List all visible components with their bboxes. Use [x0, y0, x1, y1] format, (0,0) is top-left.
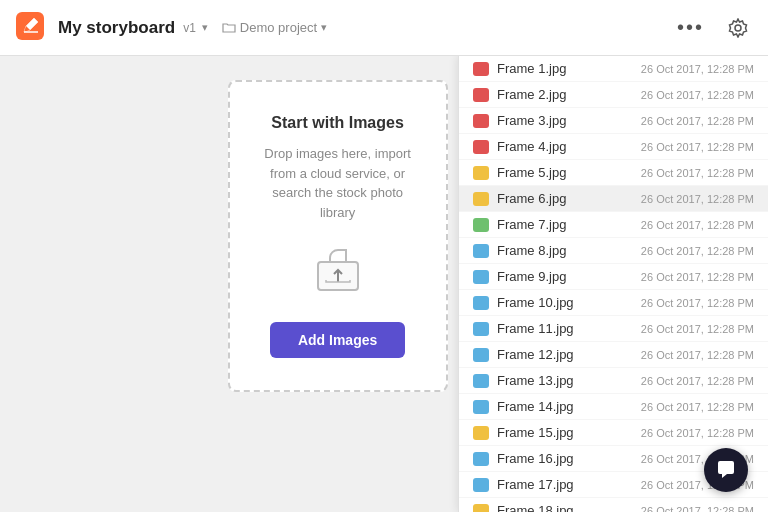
- file-list-item[interactable]: Frame 14.jpg26 Oct 2017, 12:28 PM: [459, 394, 768, 420]
- file-list-item[interactable]: Frame 4.jpg26 Oct 2017, 12:28 PM: [459, 134, 768, 160]
- project-name[interactable]: Demo project: [240, 20, 317, 35]
- chat-icon: [715, 459, 737, 481]
- file-date: 26 Oct 2017, 12:28 PM: [641, 245, 754, 257]
- file-name: Frame 16.jpg: [497, 451, 633, 466]
- file-list-item[interactable]: Frame 15.jpg26 Oct 2017, 12:28 PM: [459, 420, 768, 446]
- file-list-item[interactable]: Frame 7.jpg26 Oct 2017, 12:28 PM: [459, 212, 768, 238]
- file-list-item[interactable]: Frame 2.jpg26 Oct 2017, 12:28 PM: [459, 82, 768, 108]
- file-date: 26 Oct 2017, 12:28 PM: [641, 271, 754, 283]
- file-name: Frame 7.jpg: [497, 217, 633, 232]
- file-date: 26 Oct 2017, 12:28 PM: [641, 115, 754, 127]
- file-name: Frame 6.jpg: [497, 191, 633, 206]
- drop-zone-description: Drop images here, import from a cloud se…: [254, 144, 422, 222]
- file-date: 26 Oct 2017, 12:28 PM: [641, 505, 754, 513]
- logo-icon: [16, 12, 44, 44]
- file-date: 26 Oct 2017, 12:28 PM: [641, 89, 754, 101]
- svg-point-2: [735, 25, 741, 31]
- file-date: 26 Oct 2017, 12:28 PM: [641, 401, 754, 413]
- add-images-button[interactable]: Add Images: [270, 322, 405, 358]
- folder-icon: [222, 21, 236, 35]
- file-list-item[interactable]: Frame 5.jpg26 Oct 2017, 12:28 PM: [459, 160, 768, 186]
- file-date: 26 Oct 2017, 12:28 PM: [641, 63, 754, 75]
- main-content: Start with Images Drop images here, impo…: [0, 56, 768, 512]
- file-list-item[interactable]: Frame 12.jpg26 Oct 2017, 12:28 PM: [459, 342, 768, 368]
- header: My storyboard v1 ▾ Demo project ▾ •••: [0, 0, 768, 56]
- file-list-item[interactable]: Frame 6.jpg26 Oct 2017, 12:28 PM: [459, 186, 768, 212]
- settings-button[interactable]: [724, 14, 752, 42]
- file-date: 26 Oct 2017, 12:28 PM: [641, 219, 754, 231]
- file-name: Frame 17.jpg: [497, 477, 633, 492]
- file-name: Frame 9.jpg: [497, 269, 633, 284]
- file-name: Frame 5.jpg: [497, 165, 633, 180]
- chat-widget[interactable]: [704, 448, 748, 492]
- file-name: Frame 15.jpg: [497, 425, 633, 440]
- version-badge: v1: [183, 21, 196, 35]
- storyboard-title: My storyboard: [58, 18, 175, 38]
- file-list-item[interactable]: Frame 1.jpg26 Oct 2017, 12:28 PM: [459, 56, 768, 82]
- file-name: Frame 4.jpg: [497, 139, 633, 154]
- file-list-item[interactable]: Frame 11.jpg26 Oct 2017, 12:28 PM: [459, 316, 768, 342]
- file-name: Frame 11.jpg: [497, 321, 633, 336]
- header-actions: •••: [669, 12, 752, 43]
- file-name: Frame 12.jpg: [497, 347, 633, 362]
- file-list-item[interactable]: Frame 18.jpg26 Oct 2017, 12:28 PM: [459, 498, 768, 512]
- more-options-button[interactable]: •••: [669, 12, 712, 43]
- file-name: Frame 2.jpg: [497, 87, 633, 102]
- file-name: Frame 18.jpg: [497, 503, 633, 512]
- upload-icon: [312, 242, 364, 298]
- version-chevron[interactable]: ▾: [202, 21, 208, 34]
- header-title-area: My storyboard v1 ▾ Demo project ▾: [58, 18, 669, 38]
- file-date: 26 Oct 2017, 12:28 PM: [641, 323, 754, 335]
- file-list-item[interactable]: Frame 13.jpg26 Oct 2017, 12:28 PM: [459, 368, 768, 394]
- file-name: Frame 14.jpg: [497, 399, 633, 414]
- file-list-item[interactable]: Frame 10.jpg26 Oct 2017, 12:28 PM: [459, 290, 768, 316]
- gear-icon: [728, 18, 748, 38]
- project-chevron[interactable]: ▾: [321, 21, 327, 34]
- file-date: 26 Oct 2017, 12:28 PM: [641, 349, 754, 361]
- file-date: 26 Oct 2017, 12:28 PM: [641, 297, 754, 309]
- file-date: 26 Oct 2017, 12:28 PM: [641, 375, 754, 387]
- file-name: Frame 8.jpg: [497, 243, 633, 258]
- file-name: Frame 13.jpg: [497, 373, 633, 388]
- file-dropdown: Frame 1.jpg26 Oct 2017, 12:28 PMFrame 2.…: [458, 56, 768, 512]
- project-area: Demo project ▾: [222, 20, 327, 35]
- file-list-item[interactable]: Frame 8.jpg26 Oct 2017, 12:28 PM: [459, 238, 768, 264]
- file-name: Frame 10.jpg: [497, 295, 633, 310]
- drop-zone-title: Start with Images: [271, 114, 403, 132]
- drop-zone: Start with Images Drop images here, impo…: [228, 80, 448, 392]
- file-date: 26 Oct 2017, 12:28 PM: [641, 427, 754, 439]
- file-list-item[interactable]: Frame 3.jpg26 Oct 2017, 12:28 PM: [459, 108, 768, 134]
- file-list-item[interactable]: Frame 9.jpg26 Oct 2017, 12:28 PM: [459, 264, 768, 290]
- file-date: 26 Oct 2017, 12:28 PM: [641, 141, 754, 153]
- file-date: 26 Oct 2017, 12:28 PM: [641, 167, 754, 179]
- file-name: Frame 1.jpg: [497, 61, 633, 76]
- file-name: Frame 3.jpg: [497, 113, 633, 128]
- file-date: 26 Oct 2017, 12:28 PM: [641, 193, 754, 205]
